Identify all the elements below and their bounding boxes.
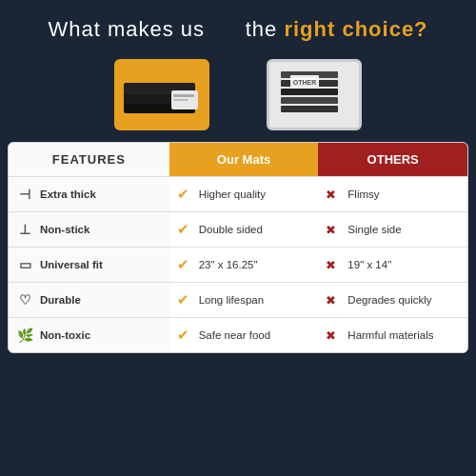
svg-rect-8 (281, 89, 338, 95)
feature-durable: ♡ Durable (9, 283, 169, 317)
check-icon: ✔ (177, 256, 192, 273)
x-icon: ✖ (326, 223, 341, 237)
feature-non-toxic: 🌿 Non-toxic (9, 318, 169, 352)
our-extra-thick-value: ✔ Higher quality (169, 177, 319, 211)
universal-fit-icon: ▭ (16, 257, 33, 272)
x-icon: ✖ (326, 293, 341, 307)
x-icon: ✖ (326, 188, 341, 202)
check-icon: ✔ (177, 186, 192, 203)
our-universal-fit-value: ✔ 23" x 16.25" (169, 248, 319, 282)
feature-label: Durable (40, 294, 81, 306)
feature-label: Non-stick (40, 224, 89, 235)
other-text: Single side (347, 224, 401, 235)
header-part2: the (246, 17, 285, 41)
our-product-image (114, 59, 209, 130)
non-toxic-icon: 🌿 (16, 327, 33, 343)
our-text: Long lifespan (199, 294, 264, 306)
col-header-features: FEATURES (9, 143, 169, 176)
product-images-row: OTHER (0, 51, 476, 142)
other-product-image: OTHER (267, 59, 362, 130)
svg-rect-5 (173, 99, 188, 101)
non-stick-icon: ⊥ (16, 222, 33, 237)
other-text: 19" x 14" (347, 259, 391, 270)
feature-extra-thick: ⊣ Extra thick (9, 177, 169, 211)
check-icon: ✔ (177, 221, 192, 238)
svg-rect-10 (281, 106, 338, 112)
comparison-table: FEATURES Our Mats OTHERS ⊣ Extra thick ✔… (8, 142, 468, 353)
table-row: ♡ Durable ✔ Long lifespan ✖ Degrades qui… (9, 282, 467, 317)
table-header: FEATURES Our Mats OTHERS (9, 143, 467, 176)
table-row: ⊥ Non-stick ✔ Double sided ✖ Single side (9, 211, 467, 247)
other-product-illustration: OTHER (271, 64, 357, 126)
x-icon: ✖ (326, 258, 341, 272)
table-row: 🌿 Non-toxic ✔ Safe near food ✖ Harmful m… (9, 317, 467, 352)
other-non-stick-value: ✖ Single side (318, 212, 467, 247)
other-universal-fit-value: ✖ 19" x 14" (318, 248, 467, 282)
page-header: What makes us the right choice? (0, 0, 476, 51)
table-row: ▭ Universal fit ✔ 23" x 16.25" ✖ 19" x 1… (9, 247, 467, 282)
our-text: Higher quality (199, 188, 266, 200)
header-part1: What makes us (48, 17, 205, 41)
feature-label: Non-toxic (40, 329, 90, 341)
feature-non-stick: ⊥ Non-stick (9, 212, 169, 247)
table-row: ⊣ Extra thick ✔ Higher quality ✖ Flimsy (9, 176, 467, 211)
svg-text:OTHER: OTHER (293, 79, 317, 86)
col-header-ours: Our Mats (169, 143, 319, 176)
other-text: Harmful materials (347, 329, 433, 341)
check-icon: ✔ (177, 291, 192, 308)
header-highlight: right choice? (284, 17, 427, 41)
our-mat-illustration (119, 64, 205, 126)
our-text: Double sided (199, 224, 263, 235)
feature-label: Universal fit (40, 259, 103, 270)
our-text: Safe near food (199, 329, 270, 341)
other-text: Degrades quickly (347, 294, 431, 306)
feature-label: Extra thick (40, 188, 96, 200)
extra-thick-icon: ⊣ (16, 187, 33, 202)
other-non-toxic-value: ✖ Harmful materials (318, 318, 467, 352)
durable-icon: ♡ (16, 292, 33, 307)
other-text: Flimsy (347, 188, 379, 200)
other-durable-value: ✖ Degrades quickly (318, 283, 467, 317)
col-header-others: OTHERS (318, 143, 467, 176)
svg-rect-9 (281, 97, 338, 104)
our-text: 23" x 16.25" (199, 259, 258, 270)
our-durable-value: ✔ Long lifespan (169, 283, 319, 317)
our-non-toxic-value: ✔ Safe near food (169, 318, 319, 352)
feature-universal-fit: ▭ Universal fit (9, 248, 169, 282)
other-extra-thick-value: ✖ Flimsy (318, 177, 467, 211)
check-icon: ✔ (177, 327, 192, 344)
x-icon: ✖ (326, 328, 341, 343)
our-non-stick-value: ✔ Double sided (169, 212, 319, 247)
svg-rect-4 (173, 94, 194, 97)
